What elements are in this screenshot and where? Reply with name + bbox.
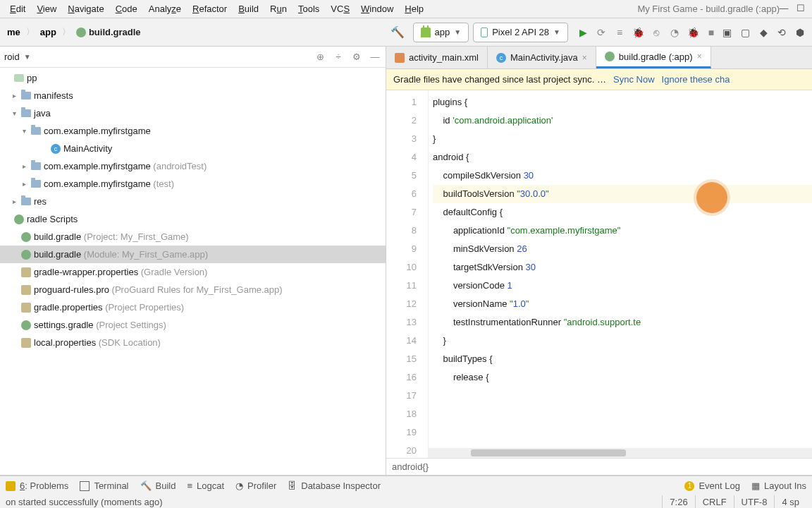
properties-icon <box>21 338 31 348</box>
chevron-down-icon: ▼ <box>553 28 560 36</box>
line-gutter: 1234567891011121314151617181920 <box>386 90 429 458</box>
gradle-icon <box>14 214 24 224</box>
tab-build-gradle[interactable]: build.gradle (:app)× <box>596 47 711 68</box>
apply-changes-button[interactable]: ⟳ <box>593 25 609 40</box>
tree-java[interactable]: ▾java <box>0 104 386 122</box>
project-view-selector[interactable]: roid▼ <box>4 52 31 62</box>
scrollbar-thumb[interactable] <box>471 449 626 456</box>
device-label: Pixel 2 API 28 <box>492 27 549 37</box>
folder-icon <box>21 198 31 205</box>
tree-build-gradle-module[interactable]: build.gradle (Module: My_First_Game.app) <box>0 246 386 263</box>
tool-database[interactable]: 🗄Database Inspector <box>288 480 381 491</box>
menu-run[interactable]: Run <box>264 2 293 16</box>
tree-pkg-test[interactable]: ▸com.example.myfirstgame (test) <box>0 175 386 193</box>
package-icon <box>31 180 41 188</box>
window-controls: — ☐ <box>773 0 812 16</box>
split-icon[interactable]: ÷ <box>332 52 345 62</box>
tree-app[interactable]: pp <box>0 69 386 87</box>
tree-local-properties[interactable]: local.properties (SDK Location) <box>0 334 386 351</box>
menu-edit[interactable]: Edit <box>4 2 31 16</box>
code-content[interactable]: plugins { id 'com.android.application'}a… <box>429 90 812 458</box>
coverage-button[interactable]: ⎋ <box>648 25 664 40</box>
tool-layout-inspector[interactable]: ▦Layout Ins <box>751 480 806 491</box>
tool-profiler[interactable]: ◔Profiler <box>235 480 276 491</box>
tree-main-activity[interactable]: cMainActivity <box>0 140 386 157</box>
make-button[interactable]: 🔨 <box>386 25 409 39</box>
tree-pkg-main[interactable]: ▾com.example.myfirstgame <box>0 122 386 140</box>
project-tree[interactable]: pp ▸manifests ▾java ▾com.example.myfirst… <box>0 68 386 475</box>
menu-window[interactable]: Window <box>355 2 399 16</box>
hammer-icon: 🔨 <box>140 480 152 491</box>
package-icon <box>31 162 41 170</box>
tool-build[interactable]: 🔨Build <box>140 480 176 491</box>
menu-build[interactable]: Build <box>233 2 264 16</box>
crumb-file[interactable]: build.gradle <box>73 27 144 37</box>
target-icon[interactable]: ⊕ <box>314 52 326 62</box>
crumb-module[interactable]: app <box>37 27 59 37</box>
profile-button[interactable]: ◔ <box>667 25 682 40</box>
menu-navigate[interactable]: Navigate <box>62 2 109 16</box>
tree-gradle-wrapper[interactable]: gradle-wrapper.properties (Gradle Versio… <box>0 263 386 281</box>
tree-gradle-scripts[interactable]: radle Scripts <box>0 210 386 228</box>
status-eol[interactable]: CRLF <box>695 495 734 508</box>
device-selector[interactable]: Pixel 2 API 28 ▼ <box>473 23 568 42</box>
sync-button[interactable]: ⟲ <box>774 25 789 40</box>
horizontal-scrollbar[interactable] <box>429 448 812 458</box>
close-icon[interactable]: × <box>582 53 587 63</box>
status-message: on started successfully (moments ago) <box>6 497 163 507</box>
sdk-button[interactable]: ▢ <box>737 25 753 40</box>
nav-breadcrumb: me app build.gradle <box>4 26 144 38</box>
logcat-icon: ≡ <box>187 480 192 491</box>
sync-now-link[interactable]: Sync Now <box>613 74 655 85</box>
resource-button[interactable]: ◆ <box>756 25 771 40</box>
run-button[interactable]: ▶ <box>575 25 591 40</box>
menu-tools[interactable]: Tools <box>293 2 325 16</box>
menu-analyze[interactable]: Analyze <box>143 2 187 16</box>
code-editor[interactable]: 1234567891011121314151617181920 plugins … <box>386 90 812 458</box>
tree-pkg-androidtest[interactable]: ▸com.example.myfirstgame (androidTest) <box>0 157 386 175</box>
maximize-icon[interactable]: ☐ <box>794 3 808 13</box>
avd-button[interactable]: ▣ <box>719 25 734 40</box>
debug-button[interactable]: 🐞 <box>630 25 646 40</box>
properties-icon <box>21 267 31 277</box>
terminal-icon <box>80 481 90 491</box>
tab-main-activity[interactable]: cMainActivity.java× <box>488 47 596 68</box>
tool-event-log[interactable]: 1Event Log <box>684 480 740 491</box>
run-config-selector[interactable]: app ▼ <box>413 23 469 42</box>
menu-refactor[interactable]: Refactor <box>187 2 233 16</box>
module-icon <box>14 74 24 82</box>
status-position[interactable]: 7:26 <box>662 495 694 508</box>
status-encoding[interactable]: UTF-8 <box>734 495 775 508</box>
code-breadcrumb[interactable]: android{} <box>386 458 812 475</box>
status-bar: on started successfully (moments ago) 7:… <box>0 495 812 508</box>
ignore-link[interactable]: Ignore these cha <box>662 74 730 85</box>
tree-settings-gradle[interactable]: settings.gradle (Project Settings) <box>0 316 386 334</box>
gradle-sync-banner: Gradle files have changed since last pro… <box>386 69 812 90</box>
tool-logcat[interactable]: ≡Logcat <box>187 480 224 491</box>
tree-build-gradle-project[interactable]: build.gradle (Project: My_First_Game) <box>0 228 386 246</box>
warning-icon <box>6 481 16 491</box>
minimize-icon[interactable]: — <box>777 3 791 13</box>
status-indent[interactable]: 4 sp <box>774 495 806 508</box>
class-icon: c <box>51 144 61 154</box>
menu-view[interactable]: View <box>31 2 62 16</box>
tree-gradle-properties[interactable]: gradle.properties (Project Properties) <box>0 298 386 316</box>
cube-icon[interactable]: ⬢ <box>792 25 808 40</box>
tree-proguard[interactable]: proguard-rules.pro (ProGuard Rules for M… <box>0 281 386 298</box>
close-icon[interactable]: × <box>697 52 702 61</box>
gear-icon[interactable]: ⚙ <box>350 52 363 62</box>
tool-problems[interactable]: 6: Problems <box>6 480 68 491</box>
tool-terminal[interactable]: Terminal <box>80 480 128 491</box>
attach-debug-button[interactable]: 🐞 <box>685 25 701 40</box>
tab-activity-main[interactable]: activity_main.xml <box>386 47 488 68</box>
hide-panel-icon[interactable]: — <box>369 52 381 62</box>
editor-area: activity_main.xml cMainActivity.java× bu… <box>386 47 812 475</box>
tree-res[interactable]: ▸res <box>0 193 386 210</box>
apply-code-button[interactable]: ≡ <box>612 25 627 40</box>
stop-button[interactable]: ■ <box>703 25 719 40</box>
crumb-project[interactable]: me <box>4 27 23 37</box>
menu-help[interactable]: Help <box>399 2 429 16</box>
tree-manifests[interactable]: ▸manifests <box>0 87 386 104</box>
menu-vcs[interactable]: VCS <box>325 2 355 16</box>
menu-code[interactable]: Code <box>110 2 143 16</box>
